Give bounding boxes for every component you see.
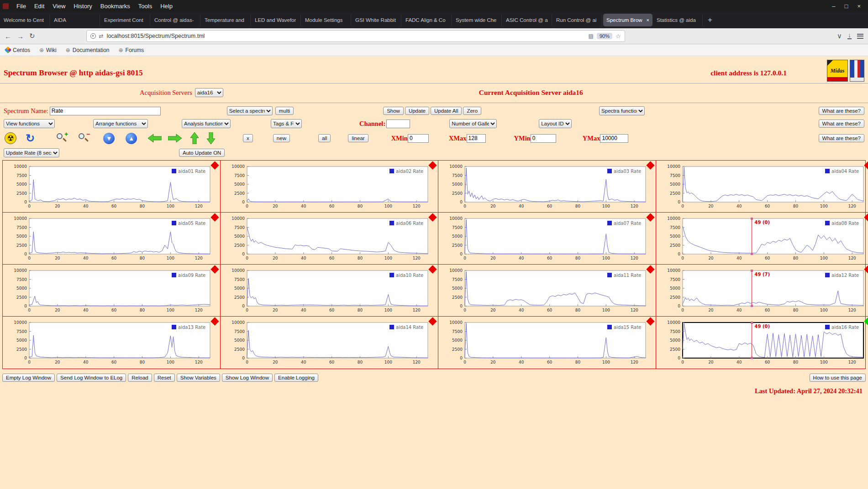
spectrum-cell-aida09-rate[interactable]: 025005000750010000020406080100120aida09 … bbox=[3, 265, 221, 317]
spectrum-name-input[interactable] bbox=[50, 107, 161, 115]
spectrum-plot[interactable]: 025005000750010000020406080100120aida09 … bbox=[6, 267, 220, 313]
forward-button[interactable]: → bbox=[17, 32, 24, 40]
channel-input[interactable] bbox=[386, 120, 410, 128]
spectrum-plot[interactable]: 025005000750010000020406080100120aida05 … bbox=[6, 215, 220, 261]
spectrum-plot[interactable]: 025005000750010000020406080100120aida14 … bbox=[224, 319, 438, 365]
new-button[interactable]: new bbox=[273, 134, 290, 142]
spectrum-cell-aida16-rate[interactable]: 02500500075001000002040608010012049 (0)a… bbox=[656, 317, 868, 369]
bookmark-forums[interactable]: ⊕Forums bbox=[119, 47, 144, 53]
zoom-level-badge[interactable]: 90% bbox=[597, 33, 612, 39]
spectrum-cell-aida03-rate[interactable]: 025005000750010000020406080100120aida03 … bbox=[438, 161, 656, 213]
spectra-functions-dropdown[interactable]: Spectra functions bbox=[599, 106, 645, 115]
zoom-out-icon[interactable]: − bbox=[78, 132, 89, 144]
tab-gsi-white-rabbit[interactable]: GSI White Rabbit bbox=[352, 14, 401, 26]
spectrum-plot[interactable]: 025005000750010000020406080100120aida10 … bbox=[224, 267, 438, 313]
number-of-galleries-dropdown[interactable]: Number of Galleries bbox=[449, 119, 497, 128]
spectrum-cell-aida10-rate[interactable]: 025005000750010000020406080100120aida10 … bbox=[221, 265, 438, 317]
show-variables-button[interactable]: Show Variables bbox=[177, 374, 220, 382]
marker-handle-top[interactable] bbox=[751, 218, 753, 220]
tab-statistics-aida[interactable]: Statistics @ aida bbox=[653, 14, 703, 26]
shield-icon[interactable] bbox=[90, 33, 96, 39]
update-rate-dropdown[interactable]: Update Rate (8 secs) bbox=[4, 148, 59, 157]
spectrum-plot[interactable]: 025005000750010000020406080100120aida13 … bbox=[6, 319, 220, 365]
ymin-input[interactable] bbox=[531, 134, 556, 143]
tab-spectrum-brow[interactable]: Spectrum Brow× bbox=[603, 14, 652, 26]
close-window-button[interactable]: × bbox=[857, 3, 861, 10]
url-text[interactable]: localhost:8015/Spectrum/Spectrum.tml bbox=[107, 33, 585, 39]
tab-fadc-align-co[interactable]: FADC Align & Co bbox=[402, 14, 452, 26]
reader-view-icon[interactable]: ▤ bbox=[589, 33, 594, 39]
tab-welcome-to-cent[interactable]: Welcome to Cent bbox=[0, 14, 50, 26]
reset-button[interactable]: Reset bbox=[154, 374, 175, 382]
minimize-window-button[interactable]: – bbox=[832, 3, 835, 10]
spectrum-cell-aida06-rate[interactable]: 025005000750010000020406080100120aida06 … bbox=[221, 213, 438, 265]
new-tab-button[interactable]: + bbox=[703, 16, 717, 25]
spectrum-plot[interactable]: 02500500075001000002040608010012049 (7)a… bbox=[660, 267, 868, 313]
linear-button[interactable]: linear bbox=[348, 134, 368, 142]
show-log-window-button[interactable]: Show Log Window bbox=[222, 374, 273, 382]
spectrum-plot[interactable]: 025005000750010000020406080100120aida01 … bbox=[6, 163, 220, 209]
tab-aida[interactable]: AIDA bbox=[51, 14, 100, 26]
reload-button[interactable]: Reload bbox=[128, 374, 152, 382]
spectrum-cell-aida12-rate[interactable]: 02500500075001000002040608010012049 (7)a… bbox=[656, 265, 868, 317]
maximize-window-button[interactable]: □ bbox=[845, 3, 848, 10]
spectrum-cell-aida04-rate[interactable]: 025005000750010000020406080100120aida04 … bbox=[656, 161, 868, 213]
analysis-functions-dropdown[interactable]: Analysis functions bbox=[182, 119, 231, 128]
midas-logo[interactable]: Midas bbox=[827, 60, 848, 82]
tab-led-and-wavefor[interactable]: LED and Wavefor bbox=[252, 14, 301, 26]
xmax-input[interactable] bbox=[467, 134, 486, 143]
menu-bookmarks[interactable]: Bookmarks bbox=[96, 1, 134, 11]
menu-help[interactable]: Help bbox=[156, 1, 177, 11]
spectrum-cell-aida05-rate[interactable]: 025005000750010000020406080100120aida05 … bbox=[3, 213, 221, 265]
spectrum-plot[interactable]: 02500500075001000002040608010012049 (0)a… bbox=[660, 215, 868, 261]
tab-temperature-and[interactable]: Temperature and bbox=[201, 14, 251, 26]
downloads-icon[interactable]: ↓ bbox=[847, 33, 852, 39]
app-menu-icon[interactable] bbox=[857, 32, 863, 40]
tab-close-icon[interactable]: × bbox=[645, 17, 649, 23]
move-right-icon[interactable] bbox=[168, 134, 182, 143]
bookmark-star-icon[interactable]: ☆ bbox=[615, 33, 621, 40]
enable-logging-button[interactable]: Enable Logging bbox=[274, 374, 318, 382]
menu-view[interactable]: View bbox=[48, 1, 69, 11]
spectrum-cell-aida15-rate[interactable]: 025005000750010000020406080100120aida15 … bbox=[438, 317, 656, 369]
marker-handle-bottom[interactable] bbox=[751, 253, 753, 255]
spectrum-cell-aida01-rate[interactable]: 025005000750010000020406080100120aida01 … bbox=[3, 161, 221, 213]
frontend-logo[interactable] bbox=[850, 60, 864, 82]
how-to-use-button[interactable]: How to use this page bbox=[810, 374, 866, 382]
menu-edit[interactable]: Edit bbox=[30, 1, 48, 11]
bookmark-centos[interactable]: Centos bbox=[5, 47, 30, 53]
menu-file[interactable]: File bbox=[12, 1, 30, 11]
tab-asic-control-a[interactable]: ASIC Control @ a bbox=[503, 14, 552, 26]
tab-module-settings[interactable]: Module Settings bbox=[302, 14, 351, 26]
arrange-functions-dropdown[interactable]: Arrange functions bbox=[93, 119, 148, 128]
url-bar[interactable]: ⇄ localhost:8015/Spectrum/Spectrum.tml ▤… bbox=[86, 30, 625, 42]
ymax-input[interactable] bbox=[600, 134, 628, 143]
tab-experiment-cont[interactable]: Experiment Cont bbox=[101, 14, 150, 26]
menu-history[interactable]: History bbox=[69, 1, 96, 11]
reload-button[interactable]: ↻ bbox=[29, 32, 35, 40]
bookmark-wiki[interactable]: ⊕Wiki bbox=[39, 47, 57, 53]
move-up-icon[interactable] bbox=[190, 132, 199, 144]
spectrum-plot[interactable]: 025005000750010000020406080100120aida06 … bbox=[224, 215, 438, 261]
x-button[interactable]: x bbox=[243, 134, 253, 142]
move-down-icon[interactable] bbox=[206, 132, 216, 144]
show-button[interactable]: Show bbox=[383, 107, 404, 115]
radiation-icon[interactable]: ☢ bbox=[5, 132, 16, 144]
spectrum-cell-aida02-rate[interactable]: 025005000750010000020406080100120aida02 … bbox=[221, 161, 438, 213]
spectrum-plot[interactable]: 025005000750010000020406080100120aida11 … bbox=[442, 267, 656, 313]
tags-fits-dropdown[interactable]: Tags & Fits bbox=[271, 119, 302, 128]
tab-system-wide-che[interactable]: System wide Che bbox=[452, 14, 502, 26]
marker-handle-top[interactable] bbox=[751, 270, 753, 272]
acquisition-server-select[interactable]: aida16 bbox=[195, 88, 223, 97]
xmin-input[interactable] bbox=[408, 134, 429, 143]
refresh-icon[interactable]: ↻ bbox=[26, 132, 35, 145]
spectrum-plot[interactable]: 025005000750010000020406080100120aida02 … bbox=[224, 163, 438, 209]
tab-control-aidas[interactable]: Control @ aidas- bbox=[151, 14, 200, 26]
marker-handle-top[interactable] bbox=[751, 322, 753, 324]
menu-tools[interactable]: Tools bbox=[134, 1, 156, 11]
spectrum-plot[interactable]: 025005000750010000020406080100120aida07 … bbox=[442, 215, 656, 261]
marker-handle-bottom[interactable] bbox=[751, 305, 753, 307]
view-functions-dropdown[interactable]: View functions bbox=[4, 119, 55, 128]
spectrum-plot[interactable]: 025005000750010000020406080100120aida04 … bbox=[660, 163, 868, 209]
permissions-icon[interactable]: ⇄ bbox=[99, 33, 104, 39]
